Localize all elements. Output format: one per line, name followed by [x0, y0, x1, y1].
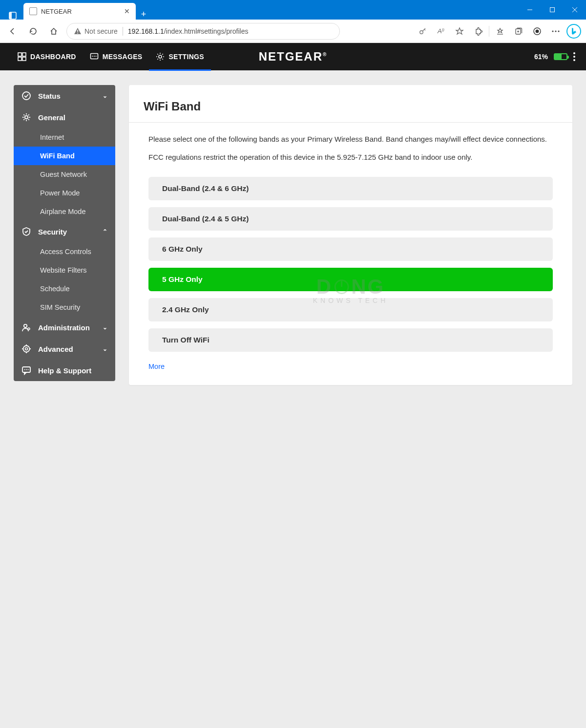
back-button[interactable] [5, 23, 21, 39]
security-indicator[interactable]: Not secure [74, 27, 118, 35]
bing-chat-icon[interactable] [566, 24, 581, 39]
tab-title: NETGEAR [41, 8, 120, 15]
nav-label: SETTINGS [168, 53, 204, 61]
svg-point-15 [552, 30, 553, 32]
svg-rect-1 [9, 12, 12, 19]
favorites-list-icon[interactable] [492, 23, 508, 39]
close-window-button[interactable] [564, 0, 586, 20]
svg-rect-6 [77, 30, 78, 32]
chat-icon [21, 365, 31, 375]
page-icon [29, 7, 37, 15]
close-tab-icon[interactable]: ✕ [124, 7, 130, 15]
messages-icon [90, 52, 99, 61]
minimize-button[interactable] [519, 0, 541, 20]
sidebar-sub-access-controls[interactable]: Access Controls [14, 242, 115, 261]
svg-rect-18 [18, 53, 21, 56]
sidebar: Status ⌄ General Internet WiFi Band Gues… [14, 85, 115, 381]
favorites-star-icon[interactable] [452, 23, 467, 39]
svg-point-16 [555, 30, 556, 32]
svg-point-26 [159, 55, 162, 58]
svg-rect-20 [18, 57, 21, 61]
svg-point-14 [536, 29, 539, 33]
sidebar-item-advanced[interactable]: Advanced ⌄ [14, 338, 115, 360]
svg-point-28 [25, 116, 28, 119]
shield-icon [21, 227, 31, 236]
svg-rect-3 [550, 8, 555, 12]
sidebar-sub-guest-network[interactable]: Guest Network [14, 165, 115, 184]
sidebar-item-status[interactable]: Status ⌄ [14, 85, 115, 107]
sidebar-sub-sim-security[interactable]: SIM Security [14, 298, 115, 317]
sidebar-sub-website-filters[interactable]: Website Filters [14, 261, 115, 279]
sidebar-item-security[interactable]: Security ⌃ [14, 221, 115, 242]
profile-icon[interactable] [529, 23, 545, 39]
sidebar-sub-power-mode[interactable]: Power Mode [14, 184, 115, 202]
sidebar-item-general[interactable]: General [14, 107, 115, 128]
svg-point-32 [25, 348, 28, 350]
security-label: Not secure [84, 27, 118, 35]
new-tab-button[interactable]: + [136, 9, 151, 20]
sidebar-item-help[interactable]: Help & Support [14, 360, 115, 381]
read-aloud-icon[interactable]: A)) [433, 23, 449, 39]
more-menu-icon[interactable] [548, 23, 564, 39]
option-dual-24-6[interactable]: Dual-Band (2.4 & 6 GHz) [148, 177, 553, 200]
key-icon[interactable] [415, 23, 430, 39]
nav-dashboard[interactable]: DASHBOARD [11, 43, 83, 70]
tab-actions-icon[interactable] [4, 12, 21, 20]
svg-point-23 [92, 56, 93, 57]
option-turn-off-wifi[interactable]: Turn Off WiFi [148, 328, 553, 352]
nav-messages[interactable]: MESSAGES [83, 43, 149, 70]
sidebar-label: Advanced [38, 345, 73, 353]
content-area: Status ⌄ General Internet WiFi Band Gues… [0, 70, 586, 728]
sidebar-label: Security [38, 228, 67, 236]
sidebar-sub-schedule[interactable]: Schedule [14, 279, 115, 298]
option-dual-24-5[interactable]: Dual-Band (2.4 & 5 GHz) [148, 207, 553, 231]
sidebar-sub-wifi-band[interactable]: WiFi Band [14, 147, 115, 165]
svg-point-17 [558, 30, 559, 32]
titlebar: NETGEAR ✕ + [0, 0, 586, 20]
svg-rect-19 [22, 53, 26, 56]
kebab-menu-icon[interactable] [573, 52, 575, 61]
url-text: 192.168.1.1/index.html#settings/profiles [128, 27, 249, 35]
nav-label: DASHBOARD [30, 53, 76, 61]
intro-text-2: FCC regulations restrict the operation o… [129, 151, 572, 163]
more-link[interactable]: More [129, 352, 572, 370]
option-24ghz-only[interactable]: 2.4 GHz Only [148, 298, 553, 321]
extensions-icon[interactable] [470, 23, 486, 39]
collections-icon[interactable] [511, 23, 526, 39]
svg-point-34 [24, 369, 25, 370]
nav-label: MESSAGES [103, 53, 143, 61]
chevron-up-icon: ⌃ [103, 228, 107, 235]
check-circle-icon [21, 91, 31, 101]
option-5ghz-only[interactable]: 5 GHz Only [148, 268, 553, 291]
svg-point-24 [94, 56, 95, 57]
sidebar-sub-internet[interactable]: Internet [14, 128, 115, 147]
settings-gear-icon [156, 52, 165, 61]
advanced-gear-icon [21, 344, 31, 354]
sidebar-sub-airplane-mode[interactable]: Airplane Mode [14, 202, 115, 221]
sidebar-label: Status [38, 92, 61, 100]
chevron-down-icon: ⌄ [103, 345, 107, 352]
dashboard-icon [18, 52, 26, 61]
divider [123, 27, 123, 36]
sidebar-item-administration[interactable]: Administration ⌄ [14, 317, 115, 338]
address-bar[interactable]: Not secure 192.168.1.1/index.html#settin… [66, 23, 340, 40]
sidebar-label: General [38, 113, 65, 122]
maximize-button[interactable] [541, 0, 564, 20]
option-6ghz-only[interactable]: 6 GHz Only [148, 237, 553, 261]
svg-point-30 [28, 328, 30, 330]
nav-settings[interactable]: SETTINGS [149, 43, 210, 70]
home-button[interactable] [46, 23, 62, 39]
app-header: DASHBOARD MESSAGES SETTINGS NETGEAR® 61% [0, 43, 586, 70]
refresh-button[interactable] [25, 23, 41, 39]
page-title: WiFi Band [129, 100, 572, 122]
chevron-down-icon: ⌄ [103, 324, 107, 331]
chevron-down-icon: ⌄ [103, 92, 107, 99]
svg-point-29 [24, 324, 27, 327]
battery-icon [554, 53, 567, 60]
admin-icon [21, 322, 31, 332]
battery-percent: 61% [534, 53, 548, 61]
svg-point-35 [26, 369, 27, 370]
sidebar-label: Help & Support [38, 366, 91, 375]
browser-tab[interactable]: NETGEAR ✕ [23, 3, 136, 20]
intro-text-1: Please select one of the following bands… [129, 133, 572, 145]
